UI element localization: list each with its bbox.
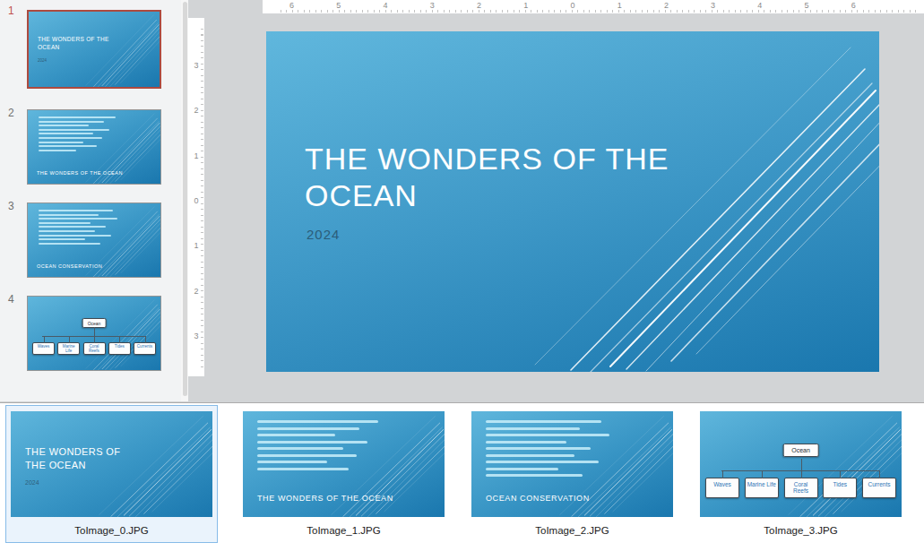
bullet-line [39,121,104,123]
file-name-label: ToImage_2.JPG [467,525,678,536]
bullet-line [39,116,116,118]
slide-thumbnail-4[interactable]: Ocean Waves Marine Life Coral Reefs Tide… [27,296,161,371]
presentation-editor-window: 6 5 4 3 2 1 0 1 2 3 4 5 6 1 2 3 4 [0,0,924,560]
bullet-line [257,468,349,470]
slide-canvas[interactable]: THE WONDERS OF THE OCEAN 2024 [266,31,879,372]
org-chart-child-box: Coral Reefs [784,478,818,498]
ruler-tick-label: 5 [805,1,809,10]
slide-thumbnail-panel: 1 2 3 4 THE WONDERS OF THE OCEAN 2024 [0,0,181,401]
ruler-tick-label: 1 [194,241,198,250]
bullet-line [39,235,111,237]
ruler-tick-label: 2 [194,287,198,296]
thumbnail-panel-scrollbar[interactable] [181,0,188,401]
org-chart-children-row: Waves Marine Life Coral Reefs Tides Curr… [32,342,156,355]
bullet-text-block [257,420,392,474]
ruler-tick-label: 5 [336,1,341,10]
bullet-line [39,214,99,216]
bullet-line [39,238,85,240]
bullet-line [257,454,357,457]
file-strip: THE WONDERS OF THE OCEAN 2024 ToImage_0.… [0,402,924,560]
bullet-line [39,142,83,143]
bullet-line [257,434,335,436]
file-thumbnail: Ocean Waves Marine Life Coral Reefs Tide… [700,411,902,517]
bullet-line [39,218,117,220]
bullet-line [486,447,591,450]
bullet-line [257,461,327,463]
file-item-toimage-1[interactable]: THE WONDERS OF THE OCEAN ToImage_1.JPG [237,405,450,543]
ruler-tick-label: 3 [711,1,715,10]
ruler-tick-label: 1 [617,1,622,10]
bullet-line [486,420,601,423]
horizontal-ruler-labels: 6 5 4 3 2 1 0 1 2 3 4 5 6 [289,1,856,10]
org-chart-child-box: Waves [32,342,55,355]
slide-thumbnail-3[interactable]: OCEAN CONSERVATION [27,202,161,278]
bullet-line [39,137,102,139]
thumb-slide-heading: THE WONDERS OF THE OCEAN [37,170,123,176]
file-thumbnail: OCEAN CONSERVATION [471,411,673,517]
slide-subtitle-textbox[interactable]: 2024 [307,227,340,242]
thumb-slide-title: THE WONDERS OF THE OCEAN [38,35,109,51]
ruler-tick-label: 1 [194,151,198,160]
slide-title-textbox[interactable]: THE WONDERS OF THE OCEAN [305,141,681,215]
ruler-tick-label: 2 [664,1,669,10]
org-chart-child-box: Currents [134,342,156,355]
ruler-tick-label: 0 [194,196,198,205]
org-chart-root-box: Ocean [782,444,819,457]
file-name-label: ToImage_3.JPG [695,525,906,536]
org-chart-child-box: Coral Reefs [83,342,106,355]
ruler-tick-label: 3 [194,61,198,70]
thumb-slide-title: THE WONDERS OF THE OCEAN [25,445,137,472]
file-item-toimage-2[interactable]: OCEAN CONSERVATION ToImage_2.JPG [466,405,678,543]
file-item-toimage-3[interactable]: Ocean Waves Marine Life Coral Reefs Tide… [695,405,907,543]
bullet-text-block [39,210,125,246]
file-name-label: ToImage_1.JPG [238,525,449,536]
org-chart-children-row: Waves Marine Life Coral Reefs Tides Curr… [705,478,896,498]
slide-number-3: 3 [8,200,14,212]
bullet-line [39,230,95,232]
bullet-line [39,243,100,245]
org-chart-child-box: Tides [108,342,131,355]
bullet-line [257,420,378,423]
bullet-line [39,129,109,131]
file-thumbnail: THE WONDERS OF THE OCEAN 2024 [11,411,212,517]
org-chart-child-box: Currents [862,478,896,498]
ruler-tick-label: 3 [194,332,198,340]
file-item-toimage-0[interactable]: THE WONDERS OF THE OCEAN 2024 ToImage_0.… [5,405,218,543]
bullet-line [486,427,580,430]
bullet-line [486,461,599,463]
bullet-line [486,474,583,477]
thumb-slide-subtitle: 2024 [25,479,39,486]
bullet-line [39,150,76,151]
file-name-label: ToImage_0.JPG [6,525,217,536]
org-chart-connector [94,327,95,336]
ruler-tick-label: 3 [430,1,435,10]
bullet-line [39,210,113,211]
bullet-line [39,133,93,134]
slide-thumbnail-2[interactable]: THE WONDERS OF THE OCEAN [27,109,161,185]
ruler-tick-label: 6 [289,1,294,10]
horizontal-ruler: 6 5 4 3 2 1 0 1 2 3 4 5 6 [263,0,924,13]
ruler-tick-label: 1 [523,1,528,10]
slide-thumbnail-1[interactable]: THE WONDERS OF THE OCEAN 2024 [27,10,161,89]
org-chart-child-box: Tides [823,478,857,498]
bullet-text-block [486,420,620,481]
scrollbar-thumb[interactable] [183,2,187,396]
org-chart-connector [801,459,802,470]
org-chart-child-box: Marine Life [745,478,779,498]
bullet-line [257,441,367,444]
thumb-slide-subtitle: 2024 [38,58,47,63]
org-chart-child-box: Marine Life [57,342,80,355]
vertical-ruler: 3 2 1 0 1 2 3 [188,18,204,376]
bullet-line [39,222,91,224]
ruler-tick-label: 6 [851,1,856,10]
bullet-line [257,427,359,430]
bullet-line [257,447,343,450]
thumb-slide-heading: OCEAN CONSERVATION [486,494,590,503]
thumb-slide-heading: OCEAN CONSERVATION [37,263,102,269]
bullet-text-block [39,116,125,153]
slide-number-4: 4 [8,293,14,306]
ruler-tick-label: 0 [570,1,574,10]
bullet-line [39,145,97,147]
ruler-tick-label: 2 [477,1,481,10]
org-chart-child-box: Waves [705,478,739,498]
